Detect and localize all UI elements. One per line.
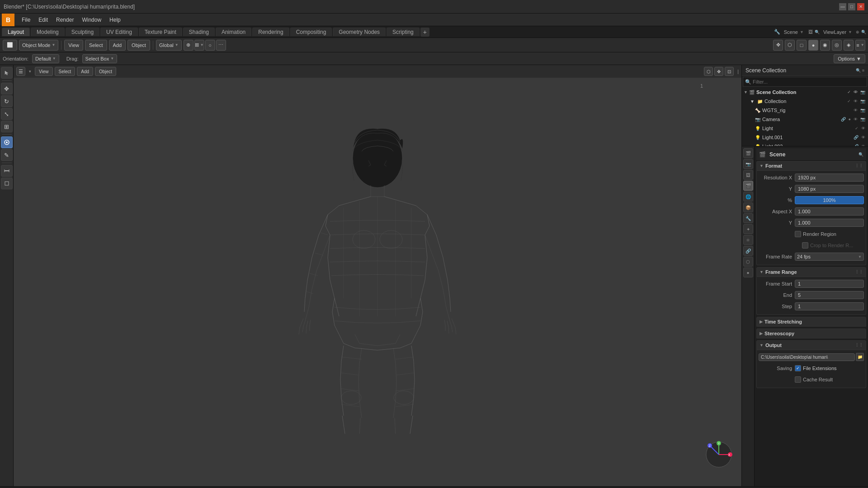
orientation-dropdown[interactable]: Global [156,40,182,51]
vp-snap-btn[interactable]: ⊡ [725,67,734,76]
menu-edit[interactable]: Edit [35,16,52,24]
aspect-y-value[interactable]: 1.000 [795,219,864,227]
frame-range-header[interactable]: Frame Range ⋮⋮ [756,267,866,277]
prop-icon-output[interactable]: 📷 [743,159,753,169]
light-check-icon[interactable]: ✓ [855,126,859,131]
sc-eye-icon[interactable]: 👁 [854,90,858,94]
snap-dropdown[interactable]: ⊞ [194,40,204,51]
add-menu[interactable]: Add [109,40,126,51]
frame-rate-dropdown[interactable]: 24 fps [795,253,864,261]
prop-icon-render[interactable]: 🎬 [743,148,753,158]
light-eye-icon[interactable]: 👁 [861,126,865,131]
tab-geometry-nodes[interactable]: Geometry Nodes [333,28,386,36]
object-menu[interactable]: Object [127,40,150,51]
prop-icon-object[interactable]: 📦 [743,202,753,212]
orientation-value-dropdown[interactable]: Default [32,54,59,63]
maximize-button[interactable]: □ [848,3,855,10]
tab-sculpting[interactable]: Sculpting [66,28,99,36]
output-path-value[interactable]: C:\Users\soila\Desktop\ai human\ [759,353,855,361]
prop-icon-constraints[interactable]: 🔗 [743,246,753,256]
prop-icon-data[interactable]: ⬡ [743,257,753,267]
material-mode-btn[interactable]: ◉ [820,40,830,51]
sc-camera-icon[interactable]: 📷 [860,90,865,94]
outliner-item-light002[interactable]: 💡 Light.002 🔗 👁 [753,142,868,146]
outliner-item-light[interactable]: 💡 Light ✓ 👁 [753,124,868,133]
wgts-cam-icon[interactable]: 📷 [860,108,865,113]
prop-icon-particles[interactable]: ✦ [743,224,753,234]
frame-end-value[interactable]: 5 [795,291,864,299]
sc-check-icon[interactable]: ✓ [847,90,851,94]
close-button[interactable]: ✕ [857,3,864,10]
tab-texture-paint[interactable]: Texture Paint [139,28,182,36]
left-tool-btn[interactable]: ⬜ [3,40,17,51]
viewport-gizmo[interactable]: X Y Z [705,441,732,468]
select-menu[interactable]: Select [85,40,107,51]
tool-measure[interactable] [1,165,13,177]
res-y-value[interactable]: 1080 px [795,185,864,193]
tool-move[interactable]: ✥ [1,83,13,94]
prop-icon-physics[interactable]: ⚛ [743,235,753,245]
drag-value-dropdown[interactable]: Select Box [82,54,118,63]
prop-icon-scene[interactable]: 🎬 [743,181,753,191]
tool-scale[interactable]: ⤡ [1,108,13,120]
tool-rotate[interactable]: ↻ [1,95,13,107]
proportional-btn[interactable]: ○ [205,40,215,51]
rendered2-mode-btn[interactable]: ◈ [844,40,854,51]
cam-eye-icon[interactable]: 👁 [854,117,858,122]
outliner-item-camera[interactable]: 📷 Camera 🔗 ● 👁 📷 [753,115,868,124]
prop-icon-material[interactable]: ● [743,267,753,277]
prop-icon-world[interactable]: 🌐 [743,192,753,202]
tab-rendering[interactable]: Rendering [252,28,289,36]
vp-select-btn[interactable]: Select [55,67,75,76]
tab-uv-editing[interactable]: UV Editing [100,28,138,36]
tool-cursor[interactable] [1,67,13,79]
view-menu[interactable]: View [64,40,83,51]
vp-overlay-btn[interactable]: ⬡ [704,67,713,76]
overlay-btn[interactable]: ⬡ [785,40,795,51]
menu-window[interactable]: Window [78,16,105,24]
prop-icon-modifier[interactable]: 🔧 [743,213,753,223]
xray-btn[interactable]: □ [797,40,807,51]
l001-eye-icon[interactable]: 👁 [861,135,865,140]
minimize-button[interactable]: — [839,3,846,10]
object-mode-dropdown[interactable]: Object Mode [19,40,58,51]
outliner-search-input[interactable] [743,77,867,87]
outliner-item-light001[interactable]: 💡 Light.001 🔗 👁 [753,133,868,142]
scene-selector[interactable]: Scene [784,29,798,35]
tab-layout[interactable]: Layout [2,28,30,36]
vp-add-btn[interactable]: Add [77,67,93,76]
outliner-item-wgts[interactable]: 🦴 WGTS_rig 👁 📷 [753,106,868,115]
gizmo-btn[interactable]: ✥ [773,40,783,51]
tab-animation[interactable]: Animation [216,28,251,36]
menu-file[interactable]: File [18,16,34,24]
tab-shading[interactable]: Shading [183,28,215,36]
add-workspace-button[interactable]: + [420,28,429,37]
shading-dropdown[interactable]: ≡ [855,40,865,51]
col-eye-icon[interactable]: 👁 [854,99,858,103]
tool-add-cube[interactable] [1,178,13,189]
frame-start-value[interactable]: 1 [795,280,864,288]
tool-transform[interactable]: ⊞ [1,121,13,132]
file-ext-checkbox[interactable]: ✓ [795,365,801,371]
tab-modeling[interactable]: Modeling [31,28,65,36]
aspect-x-value[interactable]: 1.000 [795,207,864,216]
vp-menu-btn[interactable]: ☰ [16,67,25,76]
viewport[interactable]: ☰ ▾ View Select Add Object ⬡ ✥ ⊡ | [14,65,741,486]
res-pct-value[interactable]: 100% [795,196,864,204]
output-folder-btn[interactable]: 📁 [856,353,864,361]
wgts-eye-icon[interactable]: 👁 [854,108,858,113]
prop-icon-view-layer[interactable]: 🖼 [743,170,753,180]
cam-cam-icon[interactable]: 📷 [860,117,865,122]
col-cam-icon[interactable]: 📷 [860,99,865,103]
view-layer-selector[interactable]: ViewLayer [823,29,846,35]
solid-mode-btn[interactable]: ● [808,40,818,51]
rendered-mode-btn[interactable]: ◎ [832,40,842,51]
col-check-icon[interactable]: ✓ [847,99,851,103]
frame-step-value[interactable]: 1 [795,302,864,310]
output-header[interactable]: Output ⋮⋮ [756,340,866,350]
tab-scripting[interactable]: Scripting [387,28,420,36]
outliner-settings-btn[interactable]: ≡ [862,68,864,73]
transform-pivot-btn[interactable]: ⊕ [184,40,193,51]
crop-checkbox[interactable] [802,242,808,249]
extra-btn[interactable]: ⋯ [216,40,226,51]
